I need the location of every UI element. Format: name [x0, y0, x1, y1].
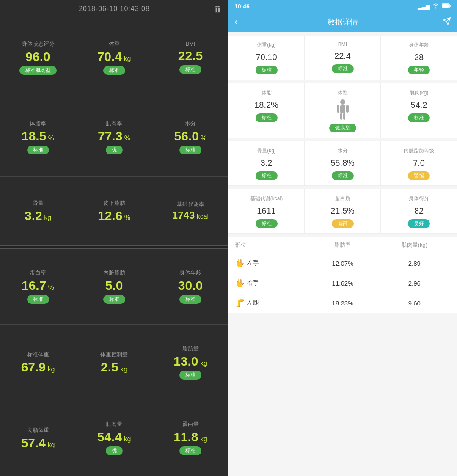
detail-cell-weight: 体重(kg) 70.10 标准 — [228, 36, 305, 80]
right-content: 体重(kg) 70.10 标准 BMI 22.4 标准 身体年龄 28 年轻 — [228, 32, 457, 476]
left-hand-icon: 🖐 — [235, 259, 245, 268]
bp-col-muscle: 肌肉量(kg) — [379, 241, 450, 249]
badge-protein-mass: 标准 — [179, 446, 201, 455]
badge-r-visceral: 警惕 — [408, 171, 430, 180]
body-figure-icon — [336, 99, 350, 121]
badge-bmi: 标准 — [179, 65, 201, 74]
signal-icon: ▂▄▆ — [418, 3, 430, 10]
table-row: 🦵 左腿 18.23% 9.60 — [228, 293, 457, 313]
badge-bodyfat: 标准 — [27, 146, 49, 154]
bp-cell-right-hand-label: 🖐 右手 — [235, 278, 307, 288]
metric-cell-water: 水分 56.0 % 标准 — [152, 97, 228, 177]
badge-muscle-rate: 优 — [106, 146, 123, 154]
metric-cell-std-weight: 标准体重 67.9 kg — [0, 325, 76, 400]
svg-rect-5 — [337, 105, 339, 113]
metric-cell-weight: 体重 70.4 kg 标准 — [76, 18, 152, 97]
bp-cell-left-hand-muscle: 2.89 — [379, 260, 450, 267]
svg-rect-1 — [442, 4, 449, 8]
badge-body-age: 标准 — [179, 295, 201, 304]
bp-cell-left-leg-fat: 18.23% — [307, 300, 378, 307]
left-section-2: 蛋白率 16.7 % 标准 内脏脂肪 5.0 标准 身体年龄 30.0 标准 标… — [0, 249, 228, 476]
metric-cell-bodyfat: 体脂率 18.5 % 标准 — [0, 97, 76, 177]
metric-cell-score: 身体状态评分 96.0 标准肌肉型 — [0, 18, 76, 97]
nav-title: 数据详情 — [328, 17, 358, 27]
wifi-icon — [432, 3, 439, 10]
badge-r-protein: 偏高 — [332, 219, 354, 228]
metric-cell-bone: 骨量 3.2 kg — [0, 177, 76, 245]
status-time: 10:46 — [234, 3, 250, 10]
bp-cell-left-leg-label: 🦵 左腿 — [235, 298, 307, 308]
detail-cell-muscle: 肌肉(kg) 54.2 标准 — [381, 83, 457, 138]
badge-r-bone: 标准 — [256, 171, 278, 180]
detail-cell-body-score: 身体得分 82 良好 — [381, 189, 457, 234]
metric-cell-subcutaneous-fat: 皮下脂肪 12.6 % — [76, 177, 152, 245]
bp-cell-left-hand-label: 🖐 左手 — [235, 259, 307, 268]
badge-r-body-type: 健康型 — [329, 124, 356, 132]
metric-cell-protein-rate: 蛋白率 16.7 % 标准 — [0, 249, 76, 325]
detail-section-2: 体脂 18.2% 标准 体型 — [228, 83, 457, 138]
badge-score: 标准肌肉型 — [19, 66, 57, 75]
detail-cell-bmi: BMI 22.4 标准 — [305, 36, 381, 80]
detail-cell-bone: 骨量(kg) 3.2 标准 — [228, 141, 305, 186]
badge-protein-rate: 标准 — [27, 295, 49, 304]
svg-rect-2 — [450, 5, 451, 7]
metric-cell-protein-mass: 蛋白量 11.8 kg 标准 — [152, 400, 228, 476]
detail-cell-bodyfat: 体脂 18.2% 标准 — [228, 83, 305, 138]
status-bar: 10:46 ▂▄▆ — [228, 0, 457, 12]
share-button[interactable] — [443, 17, 451, 28]
metric-cell-lean-mass: 去脂体重 57.4 kg — [0, 400, 76, 476]
detail-cell-body-type: 体型 健康型 — [305, 83, 381, 138]
bp-col-part: 部位 — [235, 241, 307, 249]
detail-cell-bmr: 基础代谢(kcal) 1611 标准 — [228, 189, 305, 234]
metric-cell-body-age: 身体年龄 30.0 标准 — [152, 249, 228, 325]
status-icons: ▂▄▆ — [418, 3, 451, 10]
section-divider — [0, 245, 228, 249]
detail-grid-1: 体重(kg) 70.10 标准 BMI 22.4 标准 身体年龄 28 年轻 — [228, 36, 457, 80]
trash-icon[interactable]: 🗑 — [213, 4, 222, 14]
metric-cell-visceral-fat: 内脏脂肪 5.0 标准 — [76, 249, 152, 325]
detail-cell-visceral: 内脏脂肪等级 7.0 警惕 — [381, 141, 457, 186]
bp-cell-left-hand-fat: 12.07% — [307, 260, 378, 267]
back-button[interactable]: ‹ — [234, 17, 237, 28]
svg-rect-8 — [343, 113, 345, 120]
metric-cell-bmi: BMI 22.5 标准 — [152, 18, 228, 97]
detail-cell-water: 水分 55.8% 标准 — [305, 141, 381, 186]
bp-cell-right-hand-fat: 11.62% — [307, 280, 378, 287]
svg-rect-7 — [340, 113, 342, 120]
detail-grid-3: 骨量(kg) 3.2 标准 水分 55.8% 标准 内脏脂肪等级 7.0 警惕 — [228, 141, 457, 186]
left-header-title: 2018-06-10 10:43:08 — [79, 5, 150, 13]
metric-cell-muscle-mass: 肌肉量 54.4 kg 优 — [76, 400, 152, 476]
body-parts-section: 部位 脂肪率 肌肉量(kg) 🖐 左手 12.07% 2.89 🖐 右手 1 — [228, 237, 457, 313]
metric-cell-fat-mass: 脂肪量 13.0 kg 标准 — [152, 325, 228, 400]
left-header: 2018-06-10 10:43:08 🗑 — [0, 0, 228, 18]
battery-icon — [442, 3, 451, 10]
detail-section-1: 体重(kg) 70.10 标准 BMI 22.4 标准 身体年龄 28 年轻 — [228, 36, 457, 80]
bp-cell-left-leg-muscle: 9.60 — [379, 300, 450, 307]
badge-r-bmr: 标准 — [256, 219, 278, 228]
detail-cell-body-age: 身体年龄 28 年轻 — [381, 36, 457, 80]
right-panel: 10:46 ▂▄▆ ‹ 数据详情 — [228, 0, 457, 476]
table-row: 🖐 右手 11.62% 2.96 — [228, 273, 457, 293]
badge-r-bmi: 标准 — [332, 64, 354, 73]
metric-cell-muscle-rate: 肌肉率 77.3 % 优 — [76, 97, 152, 177]
metric-cell-weight-control: 体重控制量 2.5 kg — [76, 325, 152, 400]
badge-weight: 标准 — [103, 66, 125, 75]
detail-section-3: 骨量(kg) 3.2 标准 水分 55.8% 标准 内脏脂肪等级 7.0 警惕 — [228, 141, 457, 186]
badge-r-muscle: 标准 — [408, 113, 430, 122]
svg-rect-6 — [346, 105, 349, 113]
body-parts-header: 部位 脂肪率 肌肉量(kg) — [228, 237, 457, 253]
left-section-1: 身体状态评分 96.0 标准肌肉型 体重 70.4 kg 标准 BMI 22.5… — [0, 18, 228, 245]
bp-col-fat: 脂肪率 — [307, 241, 378, 249]
left-panel: 2018-06-10 10:43:08 🗑 身体状态评分 96.0 标准肌肉型 … — [0, 0, 228, 476]
metrics-grid-1: 身体状态评分 96.0 标准肌肉型 体重 70.4 kg 标准 BMI 22.5… — [0, 18, 228, 245]
svg-rect-4 — [340, 105, 345, 113]
metric-cell-bmr: 基础代谢率 1743 kcal — [152, 177, 228, 245]
metrics-grid-2: 蛋白率 16.7 % 标准 内脏脂肪 5.0 标准 身体年龄 30.0 标准 标… — [0, 249, 228, 476]
detail-grid-4: 基础代谢(kcal) 1611 标准 蛋白质 21.5% 偏高 身体得分 82 … — [228, 189, 457, 234]
badge-r-body-score: 良好 — [408, 219, 430, 228]
badge-r-body-age: 年轻 — [408, 66, 430, 74]
nav-bar: ‹ 数据详情 — [228, 12, 457, 32]
badge-fat-mass: 标准 — [179, 371, 201, 380]
badge-r-water: 标准 — [332, 171, 354, 180]
bp-cell-right-hand-muscle: 2.96 — [379, 280, 450, 287]
